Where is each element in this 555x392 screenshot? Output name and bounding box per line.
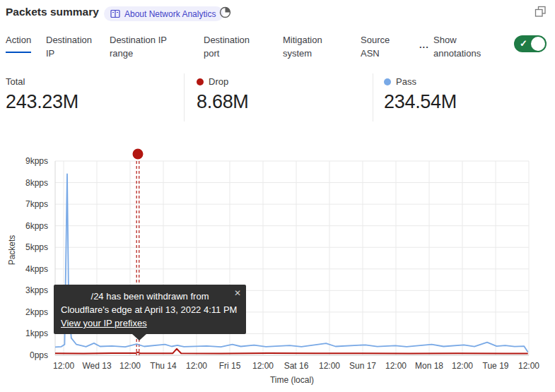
tab-source-asn[interactable]: Source ASN [361, 33, 396, 60]
stat-pass: Pass 234.54M [384, 76, 457, 113]
tab-mitigation-system[interactable]: Mitigation system [283, 33, 334, 60]
y-tick-label: 0pps [0, 350, 48, 360]
stat-total-label: Total [6, 76, 25, 87]
about-badge-label: About Network Analytics [124, 9, 216, 19]
x-tick-label: 12:00 [508, 361, 550, 371]
stat-divider [373, 73, 373, 121]
y-tick-label: 8kpps [0, 178, 48, 188]
tooltip-arrow [132, 334, 146, 340]
stat-drop-label: Drop [209, 76, 228, 87]
about-network-analytics-badge[interactable]: About Network Analytics [104, 6, 223, 21]
close-icon[interactable]: ✕ [234, 287, 241, 300]
annotation-marker-dot[interactable] [132, 149, 143, 160]
stat-pass-value: 234.54M [384, 91, 457, 113]
time-range-icon[interactable] [219, 6, 232, 19]
page-title: Packets summary [6, 6, 99, 18]
y-tick-label: 6kpps [0, 221, 48, 231]
pop-out-icon[interactable] [534, 6, 547, 18]
tab-destination-ip[interactable]: Destination IP [46, 33, 97, 60]
show-annotations-label: Show annotations [433, 33, 490, 60]
toggle-knob [531, 37, 545, 51]
tooltip-line-1: /24 has been withdrawn from [61, 290, 239, 303]
stat-drop: Drop 8.68M [197, 76, 249, 113]
x-axis-title: Time (local) [221, 375, 363, 385]
pass-legend-dot [384, 78, 391, 85]
stat-divider [184, 73, 185, 121]
show-annotations-toggle[interactable]: ✓ [514, 35, 547, 52]
packets-summary-panel: Packets summary About Network Analytics … [0, 0, 555, 392]
annotation-tooltip: ✕ /24 has been withdrawn from Cloudflare… [54, 285, 246, 334]
stat-total: Total 243.23M [6, 76, 78, 113]
drop-legend-dot [197, 78, 204, 85]
series-drop-line [55, 349, 528, 354]
tab-destination-ip-range[interactable]: Destination IP range [110, 33, 177, 60]
tab-destination-port[interactable]: Destination port [204, 33, 259, 60]
y-tick-label: 5kpps [0, 242, 48, 252]
y-tick-label: 9kpps [0, 156, 48, 166]
y-tick-label: 7kpps [0, 199, 48, 209]
stat-pass-label: Pass [396, 76, 416, 87]
y-tick-label: 2kpps [0, 307, 48, 317]
y-tick-label: 1kpps [0, 328, 48, 338]
tab-action[interactable]: Action [6, 33, 31, 53]
book-icon [110, 9, 120, 18]
check-icon: ✓ [520, 38, 527, 49]
y-tick-label: 3kpps [0, 285, 48, 295]
tooltip-line-2: Cloudflare's edge at April 13, 2022 4:11… [61, 303, 239, 316]
stat-drop-value: 8.68M [197, 91, 249, 113]
y-tick-label: 4kpps [0, 264, 48, 274]
view-ip-prefixes-link[interactable]: View your IP prefixes [61, 316, 147, 330]
stat-total-value: 243.23M [6, 91, 78, 113]
more-tabs-button[interactable]: ... [419, 40, 429, 50]
